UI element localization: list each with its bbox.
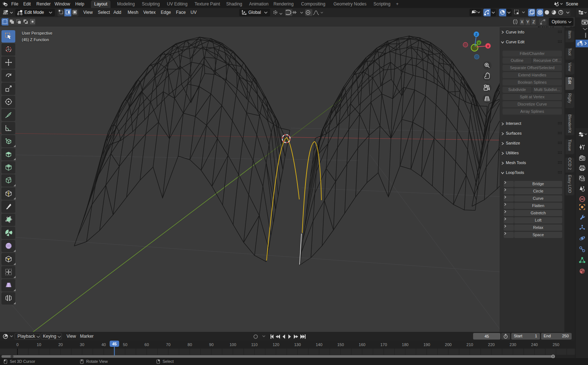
svg-text:45: 45: [112, 342, 116, 346]
svg-text:40: 40: [101, 342, 106, 347]
svg-text:150: 150: [337, 342, 344, 347]
svg-text:Y: Y: [478, 41, 480, 45]
svg-text:110: 110: [251, 342, 258, 347]
svg-text:0: 0: [16, 342, 19, 347]
svg-text:140: 140: [316, 342, 322, 347]
svg-text:X: X: [487, 44, 489, 48]
svg-text:10: 10: [37, 342, 41, 347]
svg-text:220: 220: [488, 342, 495, 347]
svg-text:130: 130: [294, 342, 301, 347]
svg-text:210: 210: [467, 342, 473, 347]
svg-text:250: 250: [553, 342, 559, 347]
svg-text:50: 50: [123, 342, 127, 347]
svg-text:90: 90: [209, 342, 213, 347]
svg-text:170: 170: [380, 342, 387, 347]
svg-text:240: 240: [531, 342, 538, 347]
svg-text:190: 190: [423, 342, 430, 347]
svg-text:180: 180: [402, 342, 408, 347]
svg-text:30: 30: [80, 342, 84, 347]
svg-text:20: 20: [58, 342, 63, 347]
svg-text:230: 230: [509, 342, 516, 347]
svg-text:70: 70: [166, 342, 171, 347]
svg-text:160: 160: [359, 342, 365, 347]
svg-text:120: 120: [273, 342, 279, 347]
svg-text:200: 200: [445, 342, 452, 347]
svg-text:Z: Z: [475, 33, 477, 36]
svg-text:80: 80: [188, 342, 192, 347]
svg-text:60: 60: [144, 342, 149, 347]
svg-text:100: 100: [229, 342, 236, 347]
